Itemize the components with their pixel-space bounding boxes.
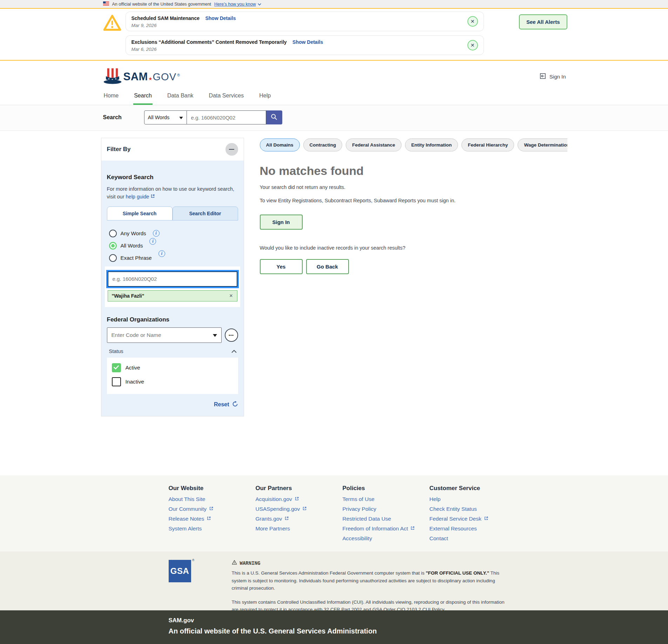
chip-federal-assistance[interactable]: Federal Assistance <box>346 138 402 151</box>
radio-button-selected-icon <box>109 242 117 250</box>
sign-in-icon <box>539 73 546 81</box>
search-mode-select[interactable]: All Words <box>144 110 187 124</box>
ellipsis-icon[interactable]: ••• <box>225 328 238 342</box>
footer-link[interactable]: Federal Service Desk <box>430 516 517 521</box>
nav-item-home[interactable]: Home <box>103 88 120 105</box>
footer-link[interactable]: Release Notes <box>169 516 256 521</box>
footer-link[interactable]: USASpending.gov <box>256 506 343 511</box>
footer-link[interactable]: System Alerts <box>169 526 256 531</box>
nav-item-data-services[interactable]: Data Services <box>208 88 245 105</box>
see-all-alerts-button[interactable]: See All Alerts <box>519 14 567 29</box>
sign-in-link[interactable]: Sign In <box>539 73 566 81</box>
chip-wage-determinations[interactable]: Wage Determinations <box>518 138 567 151</box>
footer-link[interactable]: Privacy Policy <box>343 506 430 511</box>
search-input[interactable] <box>187 110 266 124</box>
info-icon[interactable]: i <box>149 238 156 245</box>
footer-link[interactable]: Grants.gov <box>256 516 343 521</box>
us-flag-icon <box>103 1 109 7</box>
tab-search-editor[interactable]: Search Editor <box>173 206 238 221</box>
go-back-button[interactable]: Go Back <box>306 259 349 274</box>
footer-column-our-website: Our Website About This Site Our Communit… <box>169 485 256 541</box>
chip-entity-information[interactable]: Entity Information <box>405 138 458 151</box>
radio-button-icon <box>109 254 117 262</box>
chip-federal-hierarchy[interactable]: Federal Hierarchy <box>461 138 514 151</box>
show-details-link[interactable]: Show Details <box>205 15 236 21</box>
check-icon <box>114 365 119 371</box>
logo-star-icon: ★ <box>148 76 153 81</box>
footer-link[interactable]: About This Site <box>169 496 256 502</box>
checkbox-inactive[interactable]: Inactive <box>112 377 233 386</box>
footer-site-name: SAM.gov <box>169 617 567 624</box>
footer-link[interactable]: External Resources <box>430 526 517 531</box>
footer-link[interactable]: Restricted Data Use <box>343 516 430 521</box>
logo-registered-mark: ® <box>177 73 180 77</box>
keyword-tag: "Wajiha Fazli" ✕ <box>108 290 237 301</box>
nav-item-data-bank[interactable]: Data Bank <box>167 88 194 105</box>
footer-link[interactable]: Check Entity Status <box>430 506 517 511</box>
footer-link[interactable]: Terms of Use <box>343 496 430 502</box>
footer-link[interactable]: Freedom of Information Act <box>343 526 430 531</box>
footer-link[interactable]: Accessibility <box>343 536 430 541</box>
footer-link[interactable]: Help <box>430 496 517 502</box>
search-button[interactable] <box>266 110 282 124</box>
footer-link[interactable]: Acquisition.gov <box>256 496 343 502</box>
keyword-input[interactable] <box>108 271 237 287</box>
warning-title: WARNING <box>240 560 261 566</box>
remove-tag-icon[interactable]: ✕ <box>229 293 233 298</box>
close-icon[interactable]: ✕ <box>467 40 478 50</box>
checked-checkbox-icon <box>112 363 121 372</box>
banner-text: An official website of the United States… <box>112 2 211 7</box>
info-icon[interactable]: i <box>153 230 160 237</box>
empty-checkbox-icon <box>112 377 121 386</box>
external-link-icon <box>209 506 214 512</box>
close-icon[interactable]: ✕ <box>467 16 478 27</box>
collapse-filter-button[interactable] <box>225 143 238 156</box>
footer-column-policies: Policies Terms of Use Privacy Policy Res… <box>343 485 430 541</box>
how-you-know-link[interactable]: Here’s how you know <box>214 2 261 7</box>
help-guide-link[interactable]: help guide <box>126 194 149 199</box>
show-details-link[interactable]: Show Details <box>292 39 323 45</box>
external-link-icon <box>484 516 488 522</box>
radio-all-words[interactable]: All Words i <box>109 242 238 250</box>
reset-filters-button[interactable]: Reset <box>107 401 238 408</box>
status-section-toggle[interactable]: Status <box>109 348 237 354</box>
tab-simple-search[interactable]: Simple Search <box>107 206 173 221</box>
no-results-message: Your search did not return any results. <box>260 183 498 191</box>
info-icon[interactable]: i <box>158 250 165 257</box>
footer-link[interactable]: Our Community <box>169 506 256 511</box>
search-icon <box>270 113 278 122</box>
nav-item-search[interactable]: Search <box>133 88 153 105</box>
sam-gov-logo[interactable]: ★★★ SAM ★ GOV ® <box>103 68 180 86</box>
site-header: ★★★ SAM ★ GOV ® Sign In <box>0 61 668 88</box>
dropdown-caret-icon <box>213 332 217 338</box>
refresh-icon <box>232 401 238 408</box>
footer-link[interactable]: More Partners <box>256 526 343 531</box>
footer-heading: Our Website <box>169 485 256 492</box>
federal-org-select[interactable]: Enter Code or Name <box>107 327 222 343</box>
external-link-icon <box>295 496 299 502</box>
alert-date: Mar 6, 2026 <box>131 47 323 52</box>
radio-exact-phrase[interactable]: Exact Phrase i <box>109 254 238 262</box>
radio-button-icon <box>109 230 117 237</box>
gsa-registered-mark: ® <box>192 558 195 562</box>
status-label: Status <box>109 348 123 354</box>
logo-sam-text: SAM <box>123 70 148 83</box>
nav-item-help[interactable]: Help <box>258 88 271 105</box>
yes-button[interactable]: Yes <box>260 259 303 274</box>
warning-paragraph-2: This system contains Controlled Unclassi… <box>232 598 512 610</box>
chip-all-domains[interactable]: All Domains <box>260 138 300 151</box>
checkbox-active[interactable]: Active <box>112 363 233 372</box>
alert-card: Exclusions “Additional Comments” Content… <box>126 35 484 55</box>
chip-contracting[interactable]: Contracting <box>303 138 343 151</box>
alert-title: Exclusions “Additional Comments” Content… <box>131 39 287 45</box>
search-band: Search All Words <box>0 105 668 131</box>
status-checkboxes: Active Inactive <box>107 358 238 394</box>
footer-heading: Policies <box>343 485 430 492</box>
sign-in-button[interactable]: Sign In <box>260 215 303 230</box>
gsa-warning-section: GSA ® WARNING This is a U.S. General Ser… <box>0 551 668 610</box>
footer-heading: Our Partners <box>256 485 343 492</box>
keyword-tabs: Simple Search Search Editor <box>107 206 238 221</box>
footer-link[interactable]: Contact <box>430 536 517 541</box>
radio-any-words[interactable]: Any Words i <box>109 230 238 237</box>
sign-in-label: Sign In <box>549 74 566 80</box>
